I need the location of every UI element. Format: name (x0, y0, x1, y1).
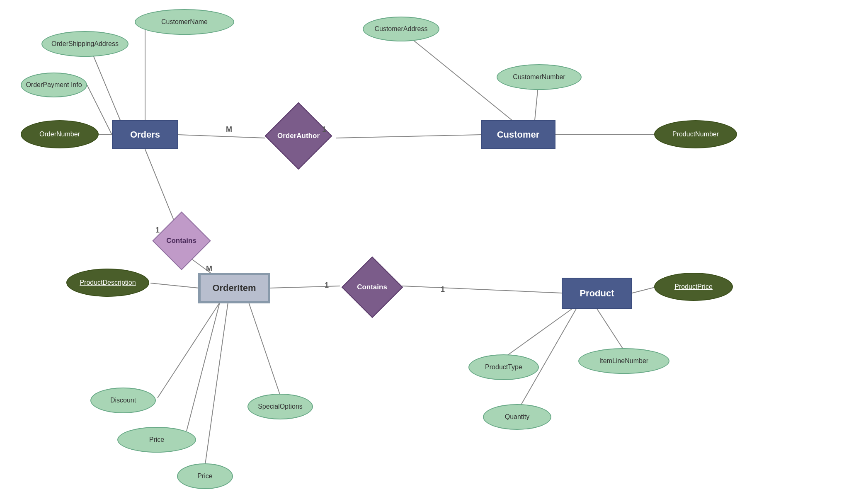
attribute-orderpayment: OrderShippingAddress (41, 31, 129, 57)
svg-line-21 (249, 303, 281, 398)
entity-orders: Orders (112, 120, 178, 149)
connection-lines (0, 0, 844, 504)
svg-line-23 (205, 303, 228, 464)
attribute-orderdate: OrderPayment Info (21, 73, 87, 97)
attribute-customeraddress: CustomerNumber (497, 64, 582, 90)
attribute-customername: CustomerAddress (363, 17, 439, 41)
svg-line-18 (520, 309, 576, 406)
attribute-ordershipping: CustomerName (135, 9, 234, 35)
attribute-ordernumber: OrderNumber (21, 120, 99, 148)
attribute-specialoptions: Price (117, 427, 196, 453)
svg-line-13 (269, 286, 340, 288)
attribute-productprice: ProductType (468, 354, 539, 380)
attribute-itemlinenumber: ProductDescription (66, 269, 149, 297)
er-diagram: Orders Customer Product OrderItem OrderA… (0, 0, 844, 504)
svg-line-8 (402, 31, 512, 120)
entity-product: Product (562, 278, 632, 309)
attribute-discount: SpecialOptions (247, 394, 313, 419)
attribute-producttype: Quantity (483, 404, 551, 430)
attribute-productnumber: ProductPrice (654, 273, 733, 301)
svg-line-1 (336, 135, 481, 138)
cardinality-1-orderauthor: 1 (322, 125, 326, 134)
svg-line-22 (187, 303, 220, 431)
cardinality-1-contains2-left: 1 (325, 281, 329, 290)
relationship-orderauthor: OrderAuthor (261, 112, 336, 160)
attribute-price: Price (177, 463, 233, 489)
svg-line-0 (178, 135, 265, 138)
entity-customer: Customer (481, 120, 555, 149)
attribute-customernumber: ProductNumber (654, 120, 737, 148)
svg-line-20 (158, 303, 220, 398)
attribute-quantity: Discount (90, 388, 156, 413)
cardinality-m-orderauthor: M (226, 125, 232, 134)
relationship-contains1: Contains (149, 219, 213, 262)
relationship-contains2: Contains (340, 265, 404, 309)
svg-line-19 (150, 283, 199, 288)
svg-line-5 (89, 46, 120, 120)
svg-line-17 (597, 309, 624, 350)
cardinality-m-contains1: M (206, 264, 212, 273)
svg-line-16 (506, 309, 572, 356)
cardinality-1-contains2-right: 1 (441, 285, 445, 294)
attribute-productdescription: ItemLineNumber (578, 348, 669, 374)
cardinality-1-contains1: 1 (155, 226, 160, 235)
entity-orderitem: OrderItem (199, 274, 269, 303)
svg-line-14 (402, 286, 562, 293)
svg-line-15 (632, 287, 655, 293)
